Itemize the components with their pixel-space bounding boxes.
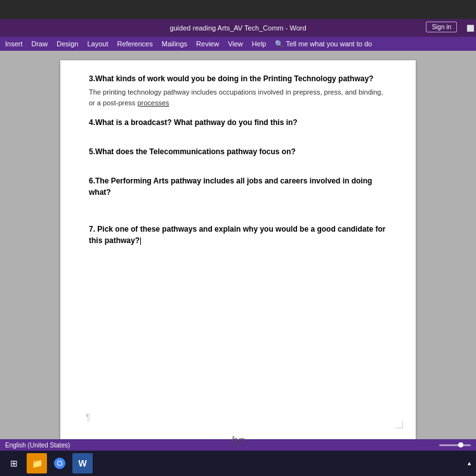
paragraph-mark: ¶ xyxy=(86,412,91,422)
svg-point-2 xyxy=(58,461,62,465)
status-right-controls xyxy=(439,444,471,446)
word-icon: W xyxy=(78,458,86,468)
question-3: 3.What kinds of work would you be doing … xyxy=(89,73,387,108)
word-taskbar-button[interactable]: W xyxy=(72,453,93,473)
minimize-button[interactable]: ⬜ xyxy=(465,19,476,37)
question-7: 7. Pick one of these pathways and explai… xyxy=(89,223,387,246)
menu-mailings[interactable]: Mailings xyxy=(162,40,187,48)
chrome-button[interactable] xyxy=(50,453,70,473)
clock: ▲ xyxy=(466,460,472,466)
ribbon-menu: Insert Draw Design Layout References Mai… xyxy=(0,37,476,51)
language-status: English (United States) xyxy=(5,442,70,449)
zoom-slider[interactable] xyxy=(439,444,471,446)
start-button[interactable]: ⊞ xyxy=(4,453,24,473)
question-6: 6.The Performing Arts pathway includes a… xyxy=(89,175,387,198)
window-title: guided reading Arts_AV Tech_Comm - Word xyxy=(169,24,306,32)
window-controls: ⬜ xyxy=(465,19,476,37)
desktop: guided reading Arts_AV Tech_Comm - Word … xyxy=(0,0,476,476)
taskbar: ⊞ 📁 W ▲ xyxy=(0,451,476,476)
zoom-control[interactable] xyxy=(439,444,471,446)
menu-layout[interactable]: Layout xyxy=(87,40,108,48)
answer-3-text: The printing technology pathway includes… xyxy=(89,87,387,108)
menu-view[interactable]: View xyxy=(228,40,243,48)
question-5-text: 5.What does the Telecommunications pathw… xyxy=(89,146,387,157)
question-3-text: 3.What kinds of work would you be doing … xyxy=(89,73,387,84)
word-window: guided reading Arts_AV Tech_Comm - Word … xyxy=(0,19,476,451)
hp-logo: hp xyxy=(231,434,245,447)
menu-insert[interactable]: Insert xyxy=(5,40,23,48)
document-area[interactable]: 3.What kinds of work would you be doing … xyxy=(0,51,476,451)
question-7-text: 7. Pick one of these pathways and explai… xyxy=(89,223,387,246)
tell-me-text: Tell me what you want to do xyxy=(286,40,372,48)
page-corner-fold xyxy=(395,421,403,428)
title-bar: guided reading Arts_AV Tech_Comm - Word … xyxy=(0,19,476,37)
system-tray: ▲ xyxy=(466,460,472,466)
lightbulb-icon: 🔍 xyxy=(275,40,284,48)
tell-me-search[interactable]: 🔍 Tell me what you want to do xyxy=(275,40,372,48)
menu-draw[interactable]: Draw xyxy=(32,40,48,48)
menu-references[interactable]: References xyxy=(117,40,152,48)
question-6-text: 6.The Performing Arts pathway includes a… xyxy=(89,175,387,198)
question-4-text: 4.What is a broadcast? What pathway do y… xyxy=(89,117,387,128)
document-page[interactable]: 3.What kinds of work would you be doing … xyxy=(60,60,416,441)
question-4: 4.What is a broadcast? What pathway do y… xyxy=(89,117,387,128)
chrome-icon xyxy=(54,458,65,469)
underlined-processes: processes xyxy=(137,99,169,107)
folder-icon: 📁 xyxy=(32,458,43,468)
text-cursor xyxy=(140,237,141,245)
zoom-thumb xyxy=(458,442,463,447)
sign-in-button[interactable]: Sign in xyxy=(426,22,457,32)
menu-design[interactable]: Design xyxy=(56,40,78,48)
time-display: ▲ xyxy=(466,460,472,466)
menu-review[interactable]: Review xyxy=(196,40,219,48)
question-5: 5.What does the Telecommunications pathw… xyxy=(89,146,387,157)
menu-help[interactable]: Help xyxy=(252,40,267,48)
windows-icon: ⊞ xyxy=(10,458,18,468)
file-explorer-button[interactable]: 📁 xyxy=(27,453,47,473)
